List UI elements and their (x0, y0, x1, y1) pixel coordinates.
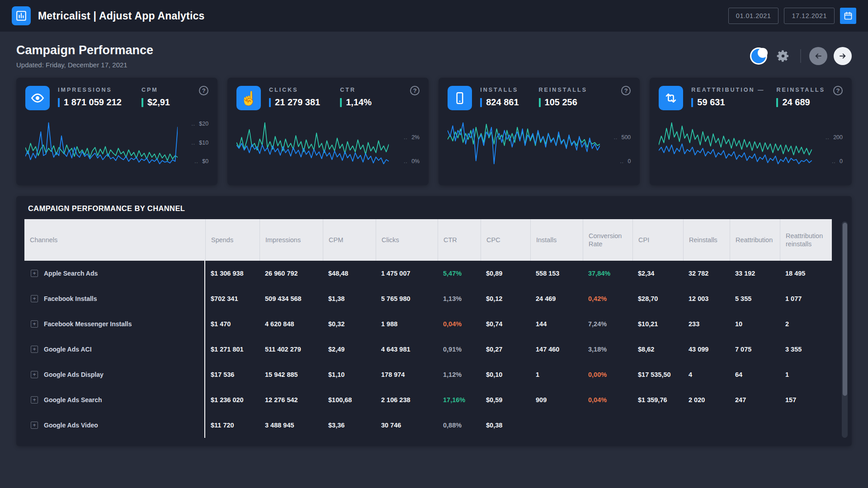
metric-value: 59 631 (697, 97, 725, 108)
metric-value: 824 861 (486, 97, 519, 108)
help-icon[interactable]: ? (621, 86, 631, 95)
eye-icon (25, 86, 50, 110)
metric-label: INSTALLS (480, 87, 519, 93)
value-cell (530, 413, 583, 438)
table-row: +Google Ads Video$11 7203 488 945$3,3630… (24, 413, 832, 438)
value-cell: 1,13% (438, 286, 481, 311)
column-header[interactable]: CPC (481, 219, 530, 261)
value-accent-bar (691, 98, 693, 107)
arrow-right-icon (839, 52, 847, 60)
value-cell: 12 003 (683, 286, 730, 311)
value-cell: $11 720 (205, 413, 259, 438)
column-header[interactable]: Conversion Rate (583, 219, 632, 261)
value-cell: $0,32 (323, 311, 376, 337)
channel-cell: +Facebook Messenger Installs (24, 311, 205, 337)
dark-mode-toggle[interactable] (750, 47, 768, 65)
value-cell: 233 (683, 311, 730, 337)
column-header[interactable]: CPI (632, 219, 683, 261)
axis-tick-label: ‥200 (826, 134, 843, 141)
metric-label: REINSTALLS (539, 87, 588, 93)
metric-label: CLICKS (269, 87, 320, 93)
value-cell: $1 359,76 (632, 387, 683, 413)
table-row: +Google Ads Display$17 53615 942 885$1,1… (24, 362, 832, 387)
scrollbar-thumb[interactable] (843, 223, 847, 396)
value-cell: $0,38 (481, 413, 530, 438)
value-cell: $10,21 (632, 311, 683, 337)
value-cell: 1,12% (438, 362, 481, 387)
axis-tick-label: ‥2% (404, 134, 420, 141)
app-title: Metricalist | Adjust App Analytics (38, 10, 205, 22)
sparkline-axis: ‥200‥0 (816, 119, 843, 166)
value-cell: 2 (780, 311, 832, 337)
channel-name: Google Ads Search (44, 396, 102, 404)
column-header[interactable]: CPM (323, 219, 376, 261)
help-icon[interactable]: ? (833, 86, 843, 95)
calendar-button[interactable] (840, 8, 856, 24)
expand-icon[interactable]: + (31, 270, 38, 277)
value-cell (583, 413, 632, 438)
value-cell: 17,16% (438, 387, 481, 413)
expand-icon[interactable]: + (31, 371, 38, 378)
expand-icon[interactable]: + (31, 295, 38, 302)
value-cell: 0,00% (583, 362, 632, 387)
help-icon[interactable]: ? (410, 86, 420, 95)
channel-name: Facebook Installs (44, 295, 97, 302)
value-cell (632, 413, 683, 438)
kpi-card-clicks: ☝ CLICKS 21 279 381 CTR 1,14% ? ‥2%‥0% (227, 78, 429, 185)
metric-label: REINSTALLS (776, 87, 825, 93)
date-to-input[interactable]: 17.12.2021 (784, 8, 835, 24)
value-cell: 144 (530, 311, 583, 337)
sparkline-chart (25, 119, 178, 166)
value-cell: $17 536 (205, 362, 259, 387)
date-from-input[interactable]: 01.01.2021 (728, 8, 779, 24)
settings-button[interactable] (774, 47, 792, 65)
channel-name: Facebook Messenger Installs (44, 320, 132, 328)
value-cell: $8,62 (632, 337, 683, 362)
channel-cell: +Google Ads Video (24, 413, 205, 438)
value-accent-bar (340, 98, 342, 107)
help-icon[interactable]: ? (199, 86, 208, 95)
column-header[interactable]: Reattribution reinstalls (780, 219, 832, 261)
table-header-row: ChannelsSpendsImpressionsCPMClicksCTRCPC… (24, 219, 832, 261)
value-cell (780, 413, 832, 438)
metric-value: 21 279 381 (275, 97, 320, 108)
moon-icon (750, 47, 768, 65)
column-header[interactable]: Spends (205, 219, 259, 261)
expand-icon[interactable]: + (31, 396, 38, 404)
value-cell: 24 469 (530, 286, 583, 311)
column-header[interactable]: Installs (530, 219, 583, 261)
kpi-cards-row: IMPRESSIONS 1 871 059 212 CPM $2,91 ? ‥$… (0, 78, 868, 185)
forward-button[interactable] (834, 47, 852, 65)
back-button[interactable] (809, 47, 827, 65)
expand-icon[interactable]: + (31, 320, 38, 328)
expand-icon[interactable]: + (31, 346, 38, 353)
value-cell: 12 276 542 (259, 387, 323, 413)
value-cell: 37,84% (583, 261, 632, 286)
tap-icon: ☝ (236, 86, 261, 110)
channel-name: Google Ads Video (44, 422, 98, 429)
value-cell: $702 341 (205, 286, 259, 311)
table-scrollbar[interactable] (842, 221, 848, 438)
value-cell: $1,10 (323, 362, 376, 387)
expand-icon[interactable]: + (31, 422, 38, 429)
sparkline-axis: ‥500‥0 (604, 119, 631, 166)
column-header[interactable]: Reattribution (730, 219, 780, 261)
calendar-icon (844, 11, 853, 20)
value-cell: $0,10 (481, 362, 530, 387)
campaign-table-card: CAMPAIGN PERFORMANCE BY CHANNEL Channels… (16, 196, 852, 446)
table-body: +Apple Search Ads$1 306 93826 960 792$48… (24, 261, 832, 438)
value-cell: 18 495 (780, 261, 832, 286)
page-title: Campaign Performance (16, 43, 153, 57)
value-cell: 0,04% (583, 387, 632, 413)
column-header[interactable]: Clicks (376, 219, 438, 261)
table-title: CAMPAIGN PERFORMANCE BY CHANNEL (28, 204, 844, 213)
value-cell: $1 271 801 (205, 337, 259, 362)
column-header[interactable]: Impressions (259, 219, 323, 261)
column-header[interactable]: Reinstalls (683, 219, 730, 261)
value-accent-bar (142, 98, 143, 107)
column-header[interactable]: Channels (24, 219, 205, 261)
value-cell: 1 475 007 (376, 261, 438, 286)
metric-value: $2,91 (147, 97, 170, 108)
column-header[interactable]: CTR (438, 219, 481, 261)
value-cell: 147 460 (530, 337, 583, 362)
